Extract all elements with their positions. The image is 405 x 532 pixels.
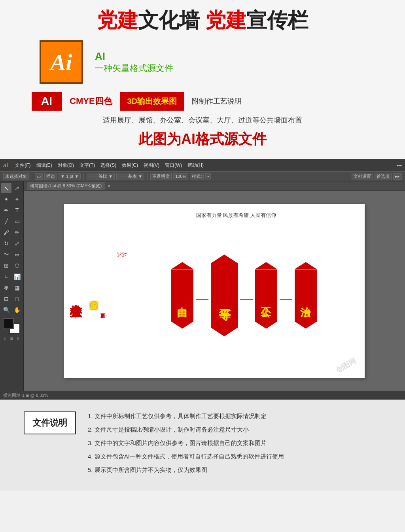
tool-rect[interactable]: ▭: [12, 216, 22, 226]
tool-pen[interactable]: ✒: [1, 205, 11, 215]
file-label: 文件说明: [24, 411, 76, 434]
tool-symbol[interactable]: ✾: [1, 283, 11, 293]
file-notes: 文件说明 1. 文件中所标制作工艺仅供参考，具体制作工艺要根据实际情况制定 2.…: [24, 411, 381, 479]
connector-3: ——: [280, 296, 292, 303]
title-promo: 宣传栏: [246, 9, 308, 32]
tab-close[interactable]: ×: [105, 183, 113, 189]
tool-rotate[interactable]: ↻: [1, 238, 11, 249]
main-design-row: 社会主义核心 价值观 公民层面 🕊🕊: [68, 222, 357, 368]
badge-3d: 3D输出效果图: [120, 92, 184, 111]
ai-info-row: Ai AI 一种矢量格式源文件: [40, 40, 389, 84]
illustrator-app: Ai 文件(F) 编辑(E) 对象(O) 文字(T) 选择(S) 效果(C) 视…: [0, 159, 405, 400]
banner-ziyou: 自由: [171, 262, 193, 328]
top-section: 党建文化墙 党建宣传栏 Ai AI 一种矢量格式源文件 AI CMYE四色 3D…: [0, 0, 405, 159]
banner-top-pingdeng: [211, 255, 238, 263]
bird-deco: 🕊🕊: [116, 251, 127, 258]
color-mode-buttons: □ ▨ ⊘: [3, 336, 21, 341]
toolbar-opacity-val[interactable]: 100%: [173, 173, 188, 179]
menu-view[interactable]: 视图(V): [141, 161, 162, 170]
tool-lasso[interactable]: ⌖: [12, 194, 22, 204]
menu-file[interactable]: 文件(F): [13, 161, 33, 170]
format-title: 此图为AI格式源文件: [16, 130, 389, 149]
left-design: 社会主义核心 价值观 公民层面 🕊🕊: [68, 222, 129, 368]
banner-text-fazhi: 法治: [295, 269, 317, 328]
note-3: 3. 文件中的文字和图片内容仅供参考，图片请根据自己的文案和图片: [88, 438, 381, 448]
toolbar-separator: [32, 173, 32, 180]
connector-1: ——: [196, 296, 208, 303]
banner-top-gongzheng: [255, 262, 277, 269]
tool-warp[interactable]: 〜: [1, 249, 11, 260]
menu-object[interactable]: 对象(O): [55, 161, 76, 170]
menu-edit[interactable]: 编辑(E): [34, 161, 55, 170]
badges-row: AI CMYE四色 3D输出效果图 附制作工艺说明: [32, 92, 389, 111]
color-none[interactable]: □: [3, 336, 8, 341]
menu-text[interactable]: 文字(T): [77, 161, 97, 170]
tool-pencil[interactable]: ✏: [12, 227, 22, 238]
canvas-content: 国家有力量 民族有希望 人民有信仰 社会主义核心 价值观 公民层面: [64, 204, 365, 378]
toolbar-pt: ▼ 1 pt ▼: [59, 173, 81, 179]
banner-text-gongzheng: 公正: [255, 269, 277, 328]
title-dangjiang-1: 党建: [97, 9, 138, 32]
menu-help[interactable]: 帮助(H): [185, 161, 206, 170]
tool-type[interactable]: T: [12, 205, 22, 215]
tool-perspective[interactable]: ⬡: [12, 260, 22, 271]
tool-pair-brush: 🖌 ✏: [1, 227, 22, 238]
ai-label: AI: [95, 50, 173, 62]
main-title: 党建文化墙 党建宣传栏: [16, 8, 389, 32]
tool-pair-mesh: ⌗ 📊: [1, 272, 22, 282]
status-no-select: 未选择对象: [3, 173, 29, 180]
tool-magic-wand[interactable]: ✦: [1, 194, 11, 204]
banner-gongzheng: 公正: [255, 262, 277, 328]
menu-effect[interactable]: 效果(C): [119, 161, 140, 170]
note-5: 5. 展示页中所含图片并不为实物，仅为效果图: [88, 465, 381, 475]
tool-line[interactable]: ╱: [1, 216, 11, 226]
toolbar-prefs[interactable]: 首选项: [375, 173, 392, 180]
ai-logo-box: Ai: [40, 40, 83, 84]
menu-window[interactable]: 窗口(W): [163, 161, 184, 170]
ai-description: AI 一种矢量格式源文件: [95, 50, 173, 74]
tool-direct-select[interactable]: ↗: [12, 183, 22, 193]
tool-erase[interactable]: ◻: [12, 294, 22, 304]
tool-hand[interactable]: ✋: [12, 305, 22, 315]
tool-pair-line: ╱ ▭: [1, 216, 22, 226]
toolbar: 未选择对象 ▭ 描边 ▼ 1 pt ▼ —— 等比 ▼ —— 基本 ▼ 不透明度…: [0, 171, 405, 181]
banner-text-pingdeng: 平等: [211, 263, 238, 336]
toolbar-basic: —— 基本 ▼: [116, 173, 144, 180]
banner-text-ziyou: 自由: [171, 269, 193, 328]
toolbar-separator-2: [83, 173, 84, 180]
ai-logo-text: Ai: [51, 49, 72, 75]
tool-pair-pen: ✒ T: [1, 205, 22, 215]
tool-zoom[interactable]: 🔍: [1, 305, 11, 315]
toolbar-separator-3: [147, 173, 148, 180]
tool-paintbrush[interactable]: 🖌: [1, 227, 11, 238]
tool-shape-builder[interactable]: ⊞: [1, 260, 11, 271]
toolbar-doc-settings[interactable]: 文档设置: [352, 173, 373, 180]
tool-pair-rotate: ↻ ⤢: [1, 238, 22, 249]
tool-slice[interactable]: ⊟: [1, 294, 11, 304]
title-culture-wall: 文化墙: [138, 9, 205, 32]
tool-pair-shape: ⊞ ⬡: [1, 260, 22, 271]
app-logo: Ai: [3, 162, 8, 168]
toolbar-extra[interactable]: ▸▸: [393, 173, 402, 180]
color-boxes: [3, 318, 20, 334]
menu-select[interactable]: 选择(S): [98, 161, 119, 170]
toolbar-opacity: 不透明度: [150, 173, 172, 180]
note-1: 1. 文件中所标制作工艺仅供参考，具体制作工艺要根据实际情况制定: [88, 411, 381, 421]
tool-chart[interactable]: 📊: [12, 272, 22, 282]
design-content: 国家有力量 民族有希望 人民有信仰 社会主义核心 价值观 公民层面: [64, 204, 365, 378]
tool-column[interactable]: ▦: [12, 283, 22, 293]
tool-mesh[interactable]: ⌗: [1, 272, 11, 282]
banner-top-fazhi: [295, 262, 317, 269]
tool-scale[interactable]: ⤢: [12, 238, 22, 249]
note-4: 4. 源文件包含AI一种文件格式，使用者可自行选择自己熟悉的软件进行使用: [88, 452, 381, 461]
badge-note: 附制作工艺说明: [192, 96, 242, 106]
fill-box[interactable]: [3, 318, 14, 329]
tool-width[interactable]: ⇔: [12, 249, 22, 260]
color-gradient[interactable]: ▨: [9, 336, 15, 341]
color-none2[interactable]: ⊘: [15, 336, 21, 341]
bottom-section: 文件说明 1. 文件中所标制作工艺仅供参考，具体制作工艺要根据实际情况制定 2.…: [0, 400, 405, 490]
doc-tab[interactable]: 横河围墙-1.ai @ 8.33% (CMYK/预览): [27, 182, 105, 190]
badge-ai: AI: [32, 92, 62, 111]
tool-select[interactable]: ↖: [1, 183, 11, 193]
tool-pair-zoom: 🔍 ✋: [1, 305, 22, 315]
